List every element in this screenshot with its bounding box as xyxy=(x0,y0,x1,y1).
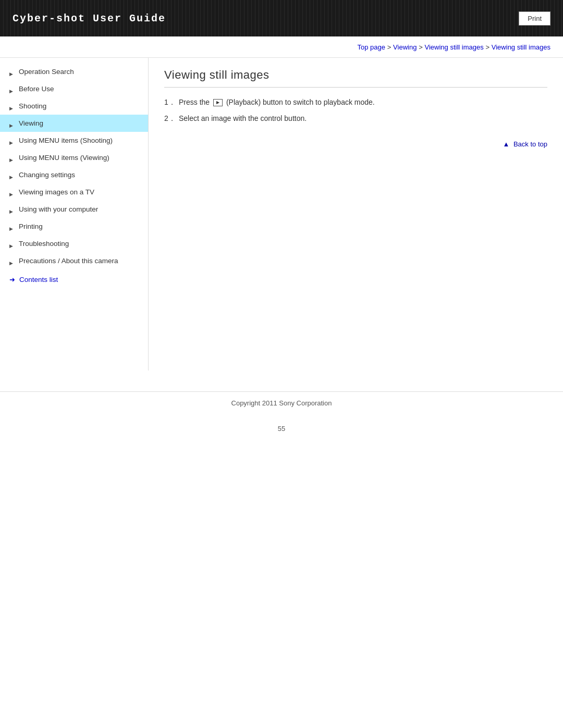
header: Cyber-shot User Guide Print xyxy=(0,0,563,36)
arrow-icon xyxy=(9,87,15,92)
sidebar-label: Shooting xyxy=(19,102,46,110)
arrow-icon xyxy=(9,121,15,126)
sidebar-item-changing-settings[interactable]: Changing settings xyxy=(0,166,148,183)
arrow-right-icon: ➜ xyxy=(9,276,15,283)
breadcrumb: Top page > Viewing > Viewing still image… xyxy=(0,36,563,58)
sidebar-label: Printing xyxy=(19,223,43,230)
sidebar-label: Using with your computer xyxy=(19,205,98,213)
arrow-icon xyxy=(9,241,15,246)
breadcrumb-viewing[interactable]: Viewing xyxy=(393,43,417,51)
arrow-icon xyxy=(9,207,15,212)
sidebar-item-printing[interactable]: Printing xyxy=(0,218,148,235)
page-title: Viewing still images xyxy=(164,68,547,88)
arrow-icon xyxy=(9,155,15,161)
sidebar-item-computer[interactable]: Using with your computer xyxy=(0,201,148,218)
back-to-top-label: Back to top xyxy=(513,140,547,148)
page-number: 55 xyxy=(0,414,563,443)
main-layout: Operation Search Before Use Shooting Vie… xyxy=(0,58,563,371)
sidebar-item-menu-viewing[interactable]: Using MENU items (Viewing) xyxy=(0,149,148,166)
sidebar-item-troubleshooting[interactable]: Troubleshooting xyxy=(0,235,148,252)
sidebar-item-precautions[interactable]: Precautions / About this camera xyxy=(0,252,148,269)
sidebar-label: Viewing images on a TV xyxy=(19,188,94,196)
step-2-number: 2． xyxy=(164,113,179,124)
arrow-icon xyxy=(9,172,15,178)
app-title: Cyber-shot User Guide xyxy=(13,13,166,24)
print-button[interactable]: Print xyxy=(519,11,550,26)
instructions-list: 1． Press the (Playback) button to switch… xyxy=(164,97,547,124)
arrow-icon xyxy=(9,138,15,143)
back-to-top-link[interactable]: ▲ Back to top xyxy=(503,140,547,148)
arrow-icon xyxy=(9,104,15,109)
sidebar-item-viewing-tv[interactable]: Viewing images on a TV xyxy=(0,183,148,201)
step-1-number: 1． xyxy=(164,97,179,108)
arrow-icon xyxy=(9,190,15,195)
sidebar-label: Precautions / About this camera xyxy=(19,257,118,265)
sidebar-item-operation-search[interactable]: Operation Search xyxy=(0,63,148,80)
arrow-icon xyxy=(9,258,15,264)
sidebar-label: Operation Search xyxy=(19,68,74,76)
footer: Copyright 2011 Sony Corporation xyxy=(0,391,563,414)
sidebar: Operation Search Before Use Shooting Vie… xyxy=(0,58,149,371)
step-2: 2． Select an image with the control butt… xyxy=(164,113,547,124)
sidebar-label: Viewing xyxy=(19,119,43,127)
sidebar-label: Troubleshooting xyxy=(19,240,69,248)
breadcrumb-viewing-still[interactable]: Viewing still images xyxy=(424,43,483,51)
contents-list-label: Contents list xyxy=(19,276,58,283)
playback-icon xyxy=(213,99,223,106)
copyright-text: Copyright 2011 Sony Corporation xyxy=(231,399,332,407)
sidebar-label: Before Use xyxy=(19,85,54,93)
breadcrumb-top-page[interactable]: Top page xyxy=(357,43,385,51)
arrow-icon xyxy=(9,69,15,75)
triangle-up-icon: ▲ xyxy=(503,140,509,148)
main-content: Viewing still images 1． Press the (Playb… xyxy=(149,58,563,164)
step-1: 1． Press the (Playback) button to switch… xyxy=(164,97,547,108)
contents-list-link[interactable]: ➜ Contents list xyxy=(0,269,148,290)
sidebar-item-before-use[interactable]: Before Use xyxy=(0,80,148,97)
step-1-text: Press the (Playback) button to switch to… xyxy=(179,97,375,108)
sidebar-item-viewing[interactable]: Viewing xyxy=(0,115,148,132)
sidebar-item-menu-shooting[interactable]: Using MENU items (Shooting) xyxy=(0,132,148,149)
sidebar-label: Using MENU items (Shooting) xyxy=(19,137,113,144)
arrow-icon xyxy=(9,224,15,229)
step-2-text: Select an image with the control button. xyxy=(179,113,307,124)
breadcrumb-viewing-still-current[interactable]: Viewing still images xyxy=(492,43,550,51)
sidebar-item-shooting[interactable]: Shooting xyxy=(0,97,148,115)
sidebar-label: Using MENU items (Viewing) xyxy=(19,154,109,162)
sidebar-label: Changing settings xyxy=(19,171,75,179)
back-to-top: ▲ Back to top xyxy=(164,140,547,148)
